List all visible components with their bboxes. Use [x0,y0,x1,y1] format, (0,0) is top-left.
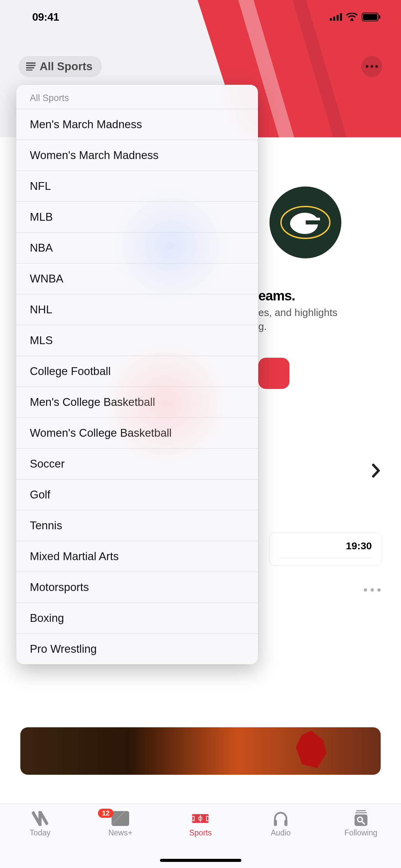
divider [280,558,372,558]
hero-subtitle-partial-1: es, and highlights [258,307,338,318]
dropdown-item[interactable]: Soccer [16,448,258,479]
more-dot [370,65,373,68]
svg-rect-13 [26,67,34,68]
sports-icon [192,811,209,826]
dropdown-item[interactable]: Boxing [16,603,258,633]
cardinals-helmet-art [296,731,326,768]
status-icons [330,13,381,21]
header-row: All Sports [0,56,401,77]
hero-title-partial: eams. [258,288,295,303]
tab-bar: Today 12 News+ Sports Audio [0,804,401,868]
wifi-icon [346,13,358,21]
svg-rect-6 [340,13,342,21]
svg-rect-10 [379,15,380,19]
tab-label: Today [30,828,51,837]
svg-rect-21 [274,820,277,826]
dropdown-item[interactable]: Men's March Madness [16,109,258,140]
cellular-icon [330,13,342,21]
dropdown-item[interactable]: Tennis [16,510,258,541]
more-dot [366,65,368,68]
chevron-right-icon[interactable] [372,463,381,481]
home-indicator[interactable] [160,859,241,862]
svg-rect-4 [333,17,335,21]
tab-today[interactable]: Today [6,811,74,837]
svg-rect-5 [337,15,339,21]
tab-label: Audio [271,828,291,837]
status-time: 09:41 [32,11,59,23]
dropdown-header: All Sports [16,85,258,109]
sport-dropdown-menu: All Sports Men's March Madness Women's M… [16,85,258,664]
audio-icon [272,811,289,826]
battery-icon [362,13,381,21]
hero-cta-button-partial[interactable] [258,358,289,389]
story-card-partial[interactable] [20,727,381,775]
svg-rect-22 [284,820,287,826]
dropdown-item[interactable]: Mixed Martial Arts [16,541,258,572]
dropdown-item[interactable]: Motorsports [16,572,258,603]
dropdown-item[interactable]: Pro Wrestling [16,633,258,664]
dropdown-item[interactable]: MLS [16,325,258,356]
status-bar: 09:41 [0,0,401,34]
dropdown-item[interactable]: Men's College Basketball [16,387,258,417]
all-sports-label: All Sports [40,60,93,73]
svg-rect-25 [355,814,367,826]
svg-rect-9 [363,14,377,20]
dropdown-item[interactable]: Women's March Madness [16,140,258,171]
tab-label: Sports [189,828,212,837]
dropdown-item[interactable]: Golf [16,479,258,510]
dropdown-item[interactable]: College Football [16,356,258,387]
newsplus-badge: 12 [98,809,114,818]
schedule-card-partial[interactable]: 19:30 [269,532,382,566]
tab-sports[interactable]: Sports [166,811,234,837]
hero-subtitle-partial-2: g. [258,321,267,332]
tab-label: Following [344,828,377,837]
svg-rect-14 [26,70,33,71]
all-sports-selector[interactable]: All Sports [19,56,102,77]
dropdown-item[interactable]: NBA [16,232,258,263]
tab-label: News+ [108,828,132,837]
packers-g-icon [280,205,331,239]
svg-rect-12 [26,65,36,66]
list-icon [26,62,36,71]
today-icon [31,811,49,826]
svg-rect-3 [330,18,332,21]
more-dot [375,65,378,68]
team-logo-packers[interactable] [269,186,341,258]
schedule-time: 19:30 [280,540,372,552]
tab-following[interactable]: Following [327,811,395,837]
svg-point-7 [351,18,353,20]
dropdown-item[interactable]: Women's College Basketball [16,417,258,448]
more-button[interactable] [361,56,382,77]
tab-newsplus[interactable]: 12 News+ [86,811,154,837]
card-more-icon[interactable] [364,588,381,592]
dropdown-item[interactable]: NHL [16,294,258,325]
following-icon [352,811,370,826]
newsplus-icon: 12 [112,811,129,826]
dropdown-item[interactable]: NFL [16,171,258,201]
svg-rect-11 [26,62,36,64]
tab-audio[interactable]: Audio [247,811,315,837]
dropdown-item[interactable]: MLB [16,201,258,232]
dropdown-item[interactable]: WNBA [16,263,258,294]
